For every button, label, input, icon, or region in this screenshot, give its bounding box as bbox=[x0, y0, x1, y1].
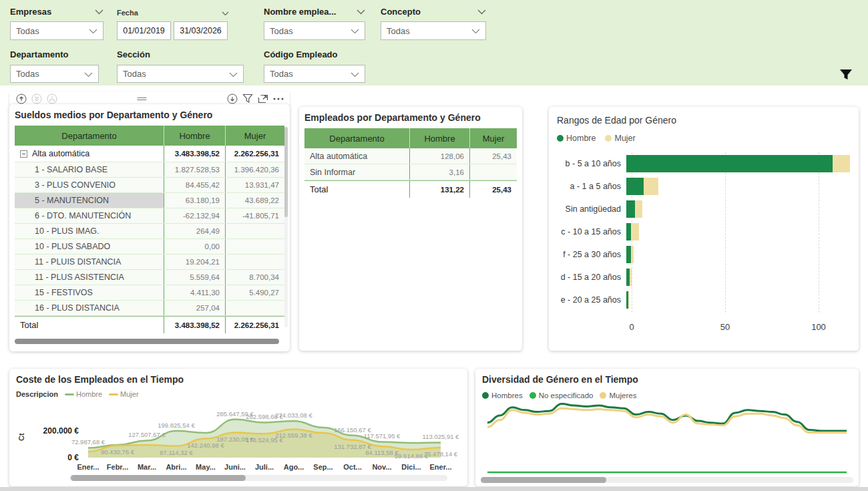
diversidad-line-chart[interactable] bbox=[475, 369, 859, 476]
hombre-cell[interactable]: -62.132,94 bbox=[164, 208, 226, 223]
dept-cell[interactable]: 10 - PLUS IMAG. bbox=[15, 224, 164, 238]
mujer-cell[interactable]: 5.490,27 bbox=[226, 285, 284, 300]
dept-cell[interactable]: 10 - PLUS SABADO bbox=[15, 239, 164, 254]
mujer-cell[interactable]: 25,43 bbox=[470, 148, 517, 164]
dept-cell[interactable]: 5 - MANUTENCION bbox=[15, 193, 164, 208]
dept-cell[interactable]: 11 - PLUIS DISTANCIA bbox=[15, 255, 164, 269]
codigo-empleado-dropdown[interactable]: Todas bbox=[264, 65, 365, 83]
nombre-empleado-dropdown[interactable]: Todas bbox=[264, 21, 365, 40]
mujer-cell[interactable]: 1.396.420,36 bbox=[226, 162, 284, 177]
table-row[interactable]: Sin Informar 3,16 bbox=[304, 164, 517, 180]
hombre-cell[interactable]: 128,06 bbox=[410, 148, 470, 164]
dept-cell[interactable]: Alta automática bbox=[304, 148, 410, 164]
col-header-mujer[interactable]: Mujer bbox=[226, 126, 284, 146]
legend-item-mujer[interactable]: Mujer bbox=[605, 134, 635, 143]
page-scrollbar[interactable] bbox=[0, 487, 868, 491]
date-start-input[interactable]: 01/01/2019 bbox=[117, 21, 171, 40]
dept-cell[interactable]: Alta automática bbox=[15, 146, 164, 162]
chevron-down-icon[interactable] bbox=[222, 7, 229, 19]
drill-down-mode-icon[interactable] bbox=[226, 93, 238, 104]
col-header-hombre[interactable]: Hombre bbox=[410, 128, 470, 148]
mujer-cell[interactable]: 13.931,47 bbox=[226, 178, 284, 192]
date-end-input[interactable]: 31/03/2026 bbox=[174, 21, 228, 40]
table-row[interactable]: 10 - PLUS IMAG. 264,49 bbox=[15, 224, 284, 239]
empresas-dropdown[interactable]: Todas bbox=[10, 21, 103, 40]
vertical-scrollbar[interactable] bbox=[284, 127, 288, 327]
chevron-down-icon[interactable] bbox=[95, 5, 103, 17]
bar-segment-mujer[interactable] bbox=[628, 291, 630, 309]
horizontal-scrollbar[interactable] bbox=[69, 475, 447, 481]
dept-cell[interactable]: 6 - DTO. MANUTENCIÓN bbox=[15, 208, 164, 223]
table-total-row[interactable]: Total 131,22 25,43 bbox=[304, 180, 517, 198]
table-total-row[interactable]: Total 3.483.398,52 2.262.256,31 bbox=[15, 316, 284, 333]
dept-cell[interactable]: Sin Informar bbox=[304, 164, 410, 180]
table-row[interactable]: 11 - PLUS ASISTENCIA 5.559,64 8.700,34 bbox=[15, 270, 284, 285]
col-header-mujer[interactable]: Mujer bbox=[470, 128, 517, 148]
table-row[interactable]: 6 - DTO. MANUTENCIÓN -62.132,94 -41.805,… bbox=[15, 208, 284, 224]
bar-segment-hombre[interactable] bbox=[626, 155, 833, 172]
table-row[interactable]: 15 - FESTIVOS 4.411,30 5.490,27 bbox=[15, 285, 284, 301]
table-row-selected[interactable]: 5 - MANUTENCION 63.180,19 43.689,22 bbox=[15, 193, 284, 208]
hombre-cell[interactable]: 63.180,19 bbox=[164, 193, 226, 208]
hombre-cell[interactable]: 84.455,42 bbox=[164, 178, 226, 192]
mujer-cell[interactable] bbox=[470, 164, 517, 180]
table-row[interactable]: Alta automática 128,06 25,43 bbox=[304, 148, 517, 164]
bar-segment-mujer[interactable] bbox=[630, 269, 632, 286]
col-header-departamento[interactable]: Departamento bbox=[15, 126, 164, 146]
concepto-dropdown[interactable]: Todas bbox=[381, 21, 486, 40]
chevron-down-icon[interactable] bbox=[357, 5, 365, 17]
bar-segment-mujer[interactable] bbox=[833, 155, 849, 172]
filter-funnel-outline-icon[interactable] bbox=[242, 93, 253, 104]
hombre-cell[interactable]: 3,16 bbox=[410, 164, 470, 180]
bar-segment-hombre[interactable] bbox=[626, 223, 631, 240]
mujer-cell[interactable]: -41.805,71 bbox=[226, 208, 284, 223]
hombre-cell[interactable]: 264,49 bbox=[164, 224, 226, 238]
table-row[interactable]: 10 - PLUS SABADO 0,00 bbox=[15, 239, 284, 255]
drill-down-double-icon[interactable] bbox=[31, 93, 42, 104]
departamento-dropdown[interactable]: Todas bbox=[10, 65, 99, 83]
bar-segment-hombre[interactable] bbox=[626, 200, 635, 218]
mujer-cell[interactable]: 8.700,34 bbox=[226, 270, 284, 285]
hombre-cell[interactable]: 1.827.528,53 bbox=[164, 162, 226, 177]
hombre-cell[interactable]: 3.483.398,52 bbox=[164, 146, 226, 162]
focus-mode-icon[interactable] bbox=[257, 93, 268, 104]
table-row[interactable]: 16 - PLUS DISTANCIA 257,04 bbox=[15, 301, 284, 316]
hombre-cell[interactable]: 5.559,64 bbox=[164, 270, 226, 285]
bar-segment-mujer[interactable] bbox=[635, 200, 642, 218]
mujer-cell[interactable] bbox=[226, 255, 284, 269]
hombre-cell[interactable]: 0,00 bbox=[164, 239, 226, 254]
mujer-cell[interactable] bbox=[226, 224, 284, 238]
table-row[interactable]: 11 - PLUIS DISTANCIA 19.204,21 bbox=[15, 255, 284, 270]
hombre-cell[interactable]: 4.411,30 bbox=[164, 285, 226, 300]
bar-segment-hombre[interactable] bbox=[626, 178, 644, 195]
bar-segment-mujer[interactable] bbox=[644, 178, 658, 195]
collapse-minus-icon[interactable] bbox=[20, 150, 27, 158]
bar-segment-mujer[interactable] bbox=[631, 246, 633, 263]
mujer-cell[interactable] bbox=[226, 301, 284, 315]
seccion-dropdown[interactable]: Todas bbox=[117, 65, 244, 83]
bar-segment-hombre[interactable] bbox=[626, 246, 631, 263]
dept-cell[interactable]: 11 - PLUS ASISTENCIA bbox=[15, 270, 164, 285]
chevron-down-icon[interactable] bbox=[477, 5, 486, 17]
filter-funnel-icon[interactable] bbox=[839, 68, 853, 84]
table-row[interactable]: 3 - PLUS CONVENIO 84.455,42 13.931,47 bbox=[15, 178, 284, 193]
drag-handle-icon[interactable] bbox=[136, 93, 148, 104]
col-header-departamento[interactable]: Departamento bbox=[304, 128, 410, 148]
dept-cell[interactable]: 15 - FESTIVOS bbox=[15, 285, 164, 300]
dept-cell[interactable]: 16 - PLUS DISTANCIA bbox=[15, 301, 164, 315]
table-row[interactable]: Alta automática 3.483.398,52 2.262.256,3… bbox=[15, 146, 284, 162]
dept-cell[interactable]: 3 - PLUS CONVENIO bbox=[15, 178, 164, 192]
line-hombres[interactable] bbox=[487, 403, 847, 431]
mujer-cell[interactable]: 2.262.256,31 bbox=[226, 146, 284, 162]
mujer-cell[interactable]: 43.689,22 bbox=[226, 193, 284, 208]
legend-item-hombre[interactable]: Hombre bbox=[557, 134, 596, 143]
table-row[interactable]: 1 - SALARIO BASE 1.827.528,53 1.396.420,… bbox=[15, 162, 284, 178]
expand-next-level-icon[interactable] bbox=[46, 93, 57, 104]
horizontal-scrollbar[interactable] bbox=[481, 477, 853, 483]
mujer-cell[interactable] bbox=[226, 239, 284, 254]
dept-cell[interactable]: 1 - SALARIO BASE bbox=[15, 162, 164, 177]
col-header-hombre[interactable]: Hombre bbox=[164, 126, 226, 146]
hombre-cell[interactable]: 19.204,21 bbox=[164, 255, 226, 269]
coste-area-chart[interactable]: 72.987,68 €127.507,67 €199.825,54 €285.6… bbox=[9, 369, 467, 473]
drill-up-icon[interactable] bbox=[15, 93, 27, 104]
